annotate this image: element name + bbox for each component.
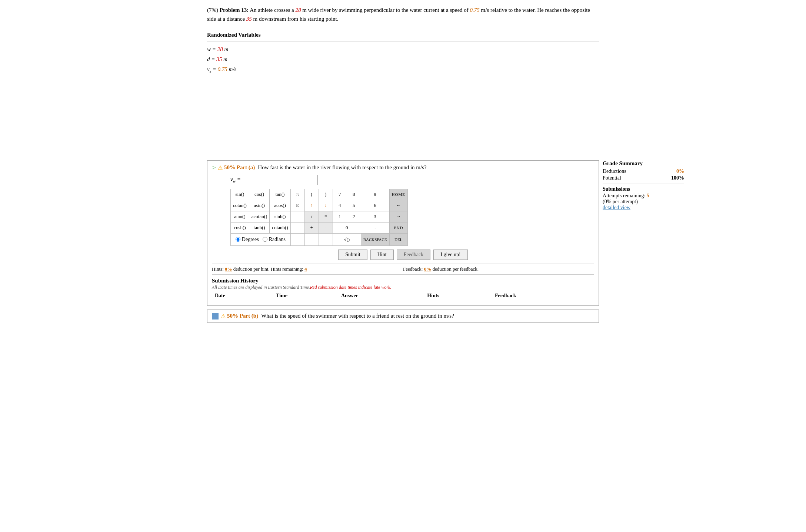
calc-backspace-arrow[interactable]: ← [389,200,407,211]
action-buttons: Submit Hint Feedback I give up! [212,250,594,260]
deductions-value: 0% [676,168,684,174]
calc-acotan[interactable]: acotan() [249,211,270,222]
distance-value: 35 [246,16,252,22]
part-a-header: ▷ ⚠ 50% Part (a) How fast is the water i… [212,164,594,171]
calc-plus[interactable]: + [304,222,319,233]
randomized-vars-section: Randomized Variables w = 28 m d = 35 m v… [207,32,599,75]
calc-1[interactable]: 1 [333,211,347,222]
degrees-option[interactable]: Degrees [236,237,259,242]
problem-number: Problem 13: [220,7,249,13]
grade-summary-title: Grade Summary [603,160,684,167]
feedback-button[interactable]: Feedback [397,250,431,260]
calc-2[interactable]: 2 [347,211,361,222]
calc-6[interactable]: 6 [361,200,389,211]
hints-feedback-row: Hints: 0% deduction per hint. Hints rema… [212,264,594,274]
per-attempt: (0% per attempt) [603,199,684,205]
hint-button[interactable]: Hint [370,250,394,260]
part-a-box: ▷ ⚠ 50% Part (a) How fast is the water i… [207,160,599,306]
calc-close-paren[interactable]: ) [319,189,333,200]
calc-asin[interactable]: asin() [249,200,270,211]
problem-weight: (7%) [207,7,218,13]
grade-summary: Grade Summary Deductions 0% Potential 10… [603,160,684,211]
calc-right-arrow[interactable]: → [389,211,407,222]
calc-4[interactable]: 4 [333,200,347,211]
calc-sin[interactable]: sin() [231,189,249,200]
calc-8[interactable]: 8 [347,189,361,200]
calculator: sin() cos() tan() π ( ) 7 8 9 HOME cotan… [230,189,594,246]
calc-table: sin() cos() tan() π ( ) 7 8 9 HOME cotan… [230,189,408,246]
calc-dot[interactable]: . [361,222,389,233]
calc-5[interactable]: 5 [347,200,361,211]
col-time: Time [273,292,338,300]
calc-home[interactable]: HOME [389,189,407,200]
calc-tan[interactable]: tan() [270,189,290,200]
history-table: Date Time Answer Hints Feedback [212,292,594,300]
give-up-button[interactable]: I give up! [433,250,467,260]
calc-e[interactable]: E [290,200,304,211]
detailed-view-link[interactable]: detailed view [603,205,630,210]
deductions-label: Deductions [603,168,626,174]
calc-multiply[interactable]: * [319,211,333,222]
calc-cosh[interactable]: cosh() [231,222,249,233]
submit-button[interactable]: Submit [338,250,367,260]
var-d-value: 35 [216,56,222,62]
submission-history-title: Submission History [212,278,594,284]
problem-header: (7%) Problem 13: An athlete crosses a 28… [207,6,599,23]
calc-pi[interactable]: π [290,189,304,200]
calc-sqrt[interactable]: √() [333,233,361,245]
submission-history-subtitle: All Date times are displayed in Eastern … [212,285,594,290]
calc-cotanh[interactable]: cotanh() [270,222,290,233]
answer-input[interactable] [244,175,318,185]
calc-3[interactable]: 3 [361,211,389,222]
part-a-warning-icon: ⚠ [218,164,223,171]
calc-tanh[interactable]: tanh() [249,222,270,233]
col-date: Date [212,292,273,300]
deductions-row: Deductions 0% [603,168,684,175]
hints-deduction-text: deduction per hint. Hints remaining: [232,266,304,272]
part-a-title: 50% Part (a) [224,164,255,171]
potential-value: 100% [671,175,684,181]
calc-empty-4 [304,233,319,245]
part-a-question: How fast is the water in the river flowi… [258,164,426,171]
calc-backspace[interactable]: BACKSPACE [361,233,389,245]
degrees-label: Degrees [242,237,259,242]
answer-row: vw = [230,175,594,185]
calc-del[interactable]: DEL [389,233,407,245]
calc-empty-5 [319,233,333,245]
attempts-label: Attempts remaining: [603,193,647,198]
attempts-value: 5 [647,193,649,198]
col-feedback: Feedback [492,292,594,300]
calc-empty-3 [290,233,304,245]
calc-atan[interactable]: atan() [231,211,249,222]
radians-option[interactable]: Radians [263,237,286,242]
part-b-box: ⚠ 50% Part (b) What is the speed of the … [207,310,599,323]
subtitle-text: All Date times are displayed in Eastern … [212,285,310,290]
calc-acos[interactable]: acos() [270,200,290,211]
degrees-radio[interactable] [236,237,240,242]
radians-radio[interactable] [263,237,267,242]
calc-9[interactable]: 9 [361,189,389,200]
var-d: d = 35 m [207,54,599,64]
calc-up[interactable]: ↑ [304,200,319,211]
calc-empty-1 [290,211,304,222]
calc-minus[interactable]: - [319,222,333,233]
calc-sinh[interactable]: sinh() [270,211,290,222]
calc-cos[interactable]: cos() [249,189,270,200]
calc-end[interactable]: END [389,222,407,233]
calc-divide[interactable]: / [304,211,319,222]
answer-label: vw = [230,176,241,183]
part-b-title: 50% Part (b) [227,313,258,319]
calc-0[interactable]: 0 [333,222,361,233]
randomized-vars-title: Randomized Variables [207,32,599,38]
part-b-icon [212,313,219,319]
attempts-line: Attempts remaining: 5 [603,193,684,199]
grade-divider [603,184,684,184]
calc-open-paren[interactable]: ( [304,189,319,200]
potential-label: Potential [603,175,621,181]
calc-down[interactable]: ↓ [319,200,333,211]
divider-2 [207,41,599,41]
hints-remaining: 4 [304,266,307,272]
calc-cotan[interactable]: cotan() [231,200,249,211]
calc-7[interactable]: 7 [333,189,347,200]
part-b-warning-icon: ⚠ [221,313,226,319]
